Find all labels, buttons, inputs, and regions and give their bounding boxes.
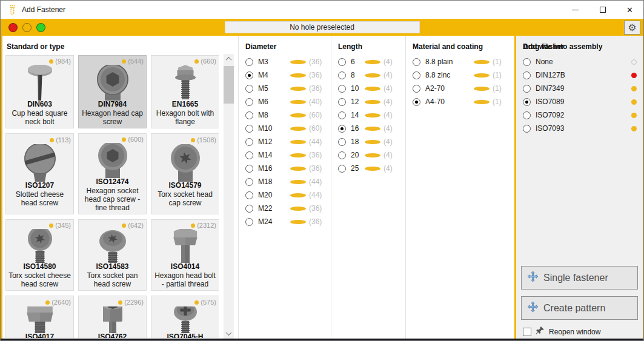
radio-button[interactable] <box>245 71 253 79</box>
radio-button[interactable] <box>338 138 346 146</box>
radio-button[interactable] <box>245 58 253 66</box>
fastener-card-iso14580[interactable]: (345)ISO14580Torx socket cheese head scr… <box>5 219 74 291</box>
fastener-card-iso4017[interactable]: (2640)ISO4017 <box>5 296 74 338</box>
diameter-option-m4[interactable]: M4(36) <box>239 68 331 82</box>
radio-button[interactable] <box>413 85 420 93</box>
radio-button[interactable] <box>523 98 531 106</box>
radio-button[interactable] <box>338 165 346 173</box>
fastener-card-iso14583[interactable]: (642)ISO14583Torx socket pan head screw <box>78 219 147 291</box>
diameter-option-m5[interactable]: M5(36) <box>239 82 331 95</box>
close-button[interactable]: ✕ <box>616 1 643 19</box>
card-count: (2296) <box>118 298 145 306</box>
availability-dot-icon <box>290 73 306 78</box>
washer-option-iso7093[interactable]: ISO7093 <box>516 122 643 135</box>
material-option-8-8-plain[interactable]: 8.8 plain(1) <box>406 55 514 68</box>
option-count: (4) <box>365 137 399 146</box>
radio-button[interactable] <box>245 178 253 186</box>
fastener-card-en1665[interactable]: (660)EN1665Hexagon bolt with flange <box>151 55 219 128</box>
material-option-a4-70[interactable]: A4-70(1) <box>406 95 514 108</box>
radio-button[interactable] <box>523 85 531 93</box>
diameter-option-m8[interactable]: M8(60) <box>239 108 331 122</box>
diameter-option-m14[interactable]: M14(36) <box>239 148 331 162</box>
radio-button[interactable] <box>338 151 346 159</box>
radio-button[interactable] <box>245 165 253 173</box>
radio-button[interactable] <box>523 71 531 79</box>
fastener-card-iso4014[interactable]: (2312)ISO4014Hexagon head bolt - partial… <box>151 219 219 291</box>
cards-scrollbar[interactable] <box>224 54 234 339</box>
diameter-option-m16[interactable]: M16(36) <box>239 162 331 175</box>
length-option-16[interactable]: 16(4) <box>331 122 405 135</box>
scroll-down-button[interactable] <box>224 328 234 339</box>
option-count: (4) <box>365 71 399 79</box>
material-option-a2-70[interactable]: A2-70(1) <box>406 82 514 95</box>
create-pattern-button[interactable]: Create pattern <box>521 296 638 320</box>
diameter-option-m24[interactable]: M24(36) <box>239 215 331 228</box>
length-option-6[interactable]: 6(4) <box>331 55 405 68</box>
length-option-20[interactable]: 20(4) <box>331 148 405 162</box>
radio-button[interactable] <box>413 71 420 79</box>
radio-button[interactable] <box>245 138 253 146</box>
radio-button[interactable] <box>413 98 420 106</box>
radio-button[interactable] <box>338 125 346 133</box>
length-option-14[interactable]: 14(4) <box>331 108 405 122</box>
option-label: M3 <box>258 58 290 66</box>
option-label: 6 <box>351 58 365 66</box>
fastener-card-iso1207[interactable]: (113)ISO1207Slotted cheese head screw <box>5 133 74 214</box>
maximize-button[interactable] <box>589 1 616 19</box>
material-option-8-8-zinc[interactable]: 8.8 zinc(1) <box>406 68 514 82</box>
radio-button[interactable] <box>338 71 346 79</box>
radio-button[interactable] <box>338 85 346 93</box>
washer-option-din7349[interactable]: DIN7349 <box>516 82 643 95</box>
radio-button[interactable] <box>523 111 531 119</box>
fastener-card-iso12474[interactable]: (600)ISO12474Hexagon socket head cap scr… <box>78 133 147 214</box>
radio-button[interactable] <box>338 98 346 106</box>
length-heading: Length <box>338 42 362 51</box>
radio-button[interactable] <box>245 218 253 226</box>
radio-button[interactable] <box>245 111 253 119</box>
radio-button[interactable] <box>245 125 253 133</box>
yellow-status-dot-icon <box>631 99 637 105</box>
fastener-card-iso7045-h[interactable]: (575)ISO7045-H <box>151 296 219 338</box>
radio-button[interactable] <box>245 98 253 106</box>
length-option-12[interactable]: 12(4) <box>331 95 405 108</box>
scroll-up-button[interactable] <box>224 54 234 64</box>
radio-button[interactable] <box>245 205 253 213</box>
single-fastener-button[interactable]: Single fastener <box>521 266 638 290</box>
diameter-option-m12[interactable]: M12(44) <box>239 135 331 148</box>
washer-option-din127b[interactable]: DIN127B <box>516 68 643 82</box>
diameter-option-m22[interactable]: M22(36) <box>239 202 331 215</box>
settings-button[interactable]: ⚙ <box>624 21 640 35</box>
radio-button[interactable] <box>413 58 420 66</box>
radio-button[interactable] <box>338 58 346 66</box>
length-option-8[interactable]: 8(4) <box>331 68 405 82</box>
washer-option-iso7089[interactable]: ISO7089 <box>516 95 643 108</box>
radio-button[interactable] <box>523 125 531 133</box>
washer-option-none[interactable]: None <box>516 55 643 68</box>
fastener-card-din7984[interactable]: (544)DIN7984Hexagon head cap screw <box>78 55 147 128</box>
fastener-card-iso14579[interactable]: (1508)ISO14579Torx socket head cap screw <box>151 133 219 214</box>
diameter-option-m10[interactable]: M10(60) <box>239 122 331 135</box>
fastener-card-iso4762[interactable]: (2296)ISO4762 <box>78 296 147 338</box>
minimize-button[interactable] <box>562 1 589 19</box>
diameter-option-m6[interactable]: M6(40) <box>239 95 331 108</box>
length-option-10[interactable]: 10(4) <box>331 82 405 95</box>
availability-dot-icon <box>191 138 195 142</box>
option-label: M22 <box>258 204 290 213</box>
length-option-25[interactable]: 25(4) <box>331 162 405 175</box>
fastener-card-din603[interactable]: (984)DIN603Cup head square neck bolt <box>5 55 74 128</box>
reopen-window-checkbox[interactable] <box>523 328 531 336</box>
diameter-option-m20[interactable]: M20(44) <box>239 188 331 202</box>
card-name: ISO14580 <box>23 263 56 271</box>
radio-button[interactable] <box>338 111 346 119</box>
washer-option-iso7092[interactable]: ISO7092 <box>516 108 643 122</box>
radio-button[interactable] <box>523 58 531 66</box>
radio-button[interactable] <box>245 85 253 93</box>
material-heading: Material and coating <box>413 42 483 51</box>
scrollbar-thumb[interactable] <box>224 66 234 104</box>
radio-button[interactable] <box>245 191 253 199</box>
length-option-18[interactable]: 18(4) <box>331 135 405 148</box>
diameter-option-m3[interactable]: M3(36) <box>239 55 331 68</box>
radio-button[interactable] <box>245 151 253 159</box>
diameter-option-m18[interactable]: M18(44) <box>239 175 331 188</box>
availability-dot-icon <box>365 113 380 118</box>
